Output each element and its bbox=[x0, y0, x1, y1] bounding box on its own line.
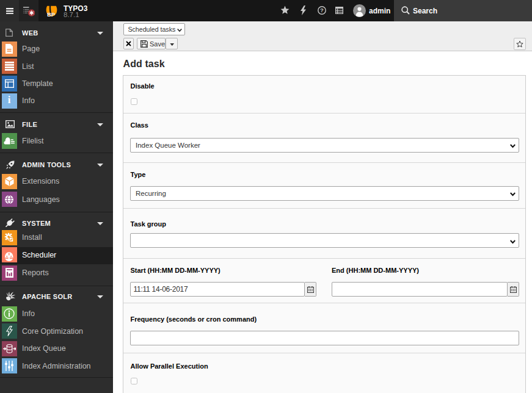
svg-text:?: ? bbox=[320, 7, 324, 13]
